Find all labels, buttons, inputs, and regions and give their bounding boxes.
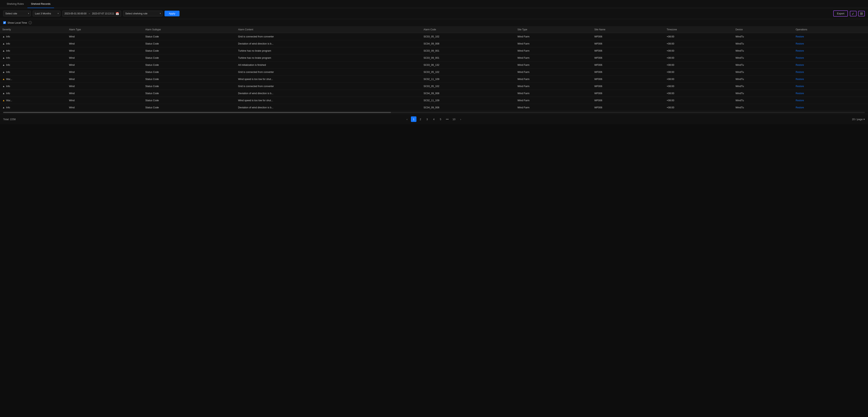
cell-site-type-0: Wind Farm [515, 33, 592, 40]
local-time-checkbox[interactable] [3, 21, 6, 24]
date-start: 2023-05-01 00:00:00 [64, 12, 86, 15]
column-settings-button[interactable] [858, 11, 865, 16]
cell-operations-4: Restore [793, 62, 868, 69]
cell-site-name-0: WF006 [592, 33, 664, 40]
restore-button-6[interactable]: Restore [796, 78, 804, 80]
severity-label-2: Info [6, 49, 10, 52]
scroll-thumb[interactable] [3, 112, 391, 113]
restore-button-5[interactable]: Restore [796, 71, 804, 73]
table-row: ▲ War... Wind Status Code Wind speed is … [0, 76, 868, 83]
restore-button-0[interactable]: Restore [796, 35, 804, 38]
cell-operations-2: Restore [793, 47, 868, 55]
cell-severity-3: ▲ Info [0, 55, 67, 62]
page-3-button[interactable]: 3 [424, 116, 430, 122]
cell-operations-1: Restore [793, 40, 868, 47]
date-preset-select[interactable]: Last 3 Months [33, 11, 60, 16]
cell-severity-5: ▲ Info [0, 69, 67, 76]
cell-timezone-8: +08:00 [664, 90, 733, 97]
table-row: ▲ Info Wind Status Code Grid is connecte… [0, 83, 868, 90]
cell-site-name-9: WF006 [592, 97, 664, 104]
cell-severity-8: ▲ Info [0, 90, 67, 97]
page-1-button[interactable]: 1 [411, 116, 416, 122]
cell-operations-8: Restore [793, 90, 868, 97]
cell-site-type-5: Wind Farm [515, 69, 592, 76]
site-select-wrapper: Select site [3, 11, 31, 16]
cell-alarm-subtype-3: Status Code [143, 55, 236, 62]
local-time-info-icon[interactable]: i [29, 21, 32, 24]
cell-alarm-type-10: Wind [67, 104, 143, 111]
tab-shelved-records[interactable]: Shelved Records [27, 0, 54, 8]
restore-button-10[interactable]: Restore [796, 106, 804, 109]
edit-columns-button[interactable] [850, 11, 857, 16]
cell-site-type-10: Wind Farm [515, 104, 592, 111]
cell-alarm-content-0: Grid is connected from converter [236, 33, 421, 40]
cell-timezone-4: +08:00 [664, 62, 733, 69]
cell-alarm-code-6: SC02_11_109 [421, 76, 515, 83]
cell-site-type-4: Wind Farm [515, 62, 592, 69]
tab-shelving-rules[interactable]: Shelving Rules [3, 0, 27, 8]
records-table: Severity Alarm Type Alarm Subtype Alarm … [0, 26, 868, 111]
table-row: ▲ Info Wind Status Code Deviation of win… [0, 104, 868, 111]
severity-label-9: War... [6, 99, 12, 102]
table-row: ▲ Info Wind Status Code Deviation of win… [0, 90, 868, 97]
cell-operations-9: Restore [793, 97, 868, 104]
cell-device-3: WindTu [733, 55, 793, 62]
cell-alarm-type-9: Wind [67, 97, 143, 104]
restore-button-7[interactable]: Restore [796, 85, 804, 88]
severity-label-0: Info [6, 35, 10, 38]
date-end: 2023-07-07 13:13:11 [92, 12, 114, 15]
cell-alarm-type-7: Wind [67, 83, 143, 90]
restore-button-9[interactable]: Restore [796, 99, 804, 102]
page-4-button[interactable]: 4 [431, 116, 437, 122]
severity-icon-7: ▲ [2, 85, 5, 88]
shelving-rule-wrapper: Select shelving rule [123, 11, 162, 16]
apply-button[interactable]: Apply [164, 11, 180, 16]
severity-icon-2: ▲ [2, 49, 5, 52]
shelving-rule-select[interactable]: Select shelving rule [123, 11, 162, 16]
cell-alarm-type-1: Wind [67, 40, 143, 47]
page-prev-button[interactable]: ‹ [404, 116, 410, 122]
cell-site-name-5: WF006 [592, 69, 664, 76]
restore-button-1[interactable]: Restore [796, 42, 804, 45]
date-preset-wrapper: Last 3 Months [33, 11, 60, 16]
severity-label-10: Info [6, 106, 10, 109]
date-range-picker[interactable]: 2023-05-01 00:00:00 → 2023-07-07 13:13:1… [62, 11, 121, 16]
severity-label-1: Info [6, 42, 10, 45]
cell-operations-0: Restore [793, 33, 868, 40]
date-arrow: → [88, 12, 90, 15]
page-5-button[interactable]: 5 [438, 116, 443, 122]
severity-icon-8: ▲ [2, 92, 5, 95]
restore-button-4[interactable]: Restore [796, 64, 804, 66]
local-time-label[interactable]: Show Local Time [7, 21, 27, 24]
cell-site-name-3: WF006 [592, 55, 664, 62]
restore-button-3[interactable]: Restore [796, 57, 804, 59]
cell-severity-10: ▲ Info [0, 104, 67, 111]
cell-timezone-3: +08:00 [664, 55, 733, 62]
cell-alarm-content-9: Wind speed is too low for shut... [236, 97, 421, 104]
calendar-icon: 📅 [116, 12, 119, 15]
restore-button-2[interactable]: Restore [796, 49, 804, 52]
cell-device-10: WindTu [733, 104, 793, 111]
cell-alarm-type-5: Wind [67, 69, 143, 76]
cell-alarm-subtype-5: Status Code [143, 69, 236, 76]
cell-site-name-4: WF006 [592, 62, 664, 69]
severity-icon-9: ▲ [2, 99, 5, 102]
local-time-row: Show Local Time i [0, 19, 868, 26]
cell-alarm-type-8: Wind [67, 90, 143, 97]
page-size-select[interactable]: 20 / page ▾ [852, 118, 865, 121]
severity-label-5: Info [6, 71, 10, 73]
cell-severity-9: ▲ War... [0, 97, 67, 104]
severity-label-4: Info [6, 64, 10, 66]
cell-device-6: WindTu [733, 76, 793, 83]
page-2-button[interactable]: 2 [417, 116, 423, 122]
export-button[interactable]: Export [833, 10, 848, 16]
table-row: ▲ War... Wind Status Code Wind speed is … [0, 97, 868, 104]
page-next-button[interactable]: › [458, 116, 463, 122]
cell-site-name-10: WF006 [592, 104, 664, 111]
restore-button-8[interactable]: Restore [796, 92, 804, 95]
cell-site-type-7: Wind Farm [515, 83, 592, 90]
site-select[interactable]: Select site [3, 11, 31, 16]
severity-label-6: War... [6, 78, 12, 80]
page-10-button[interactable]: 10 [451, 116, 457, 122]
severity-icon-4: ▲ [2, 63, 5, 66]
